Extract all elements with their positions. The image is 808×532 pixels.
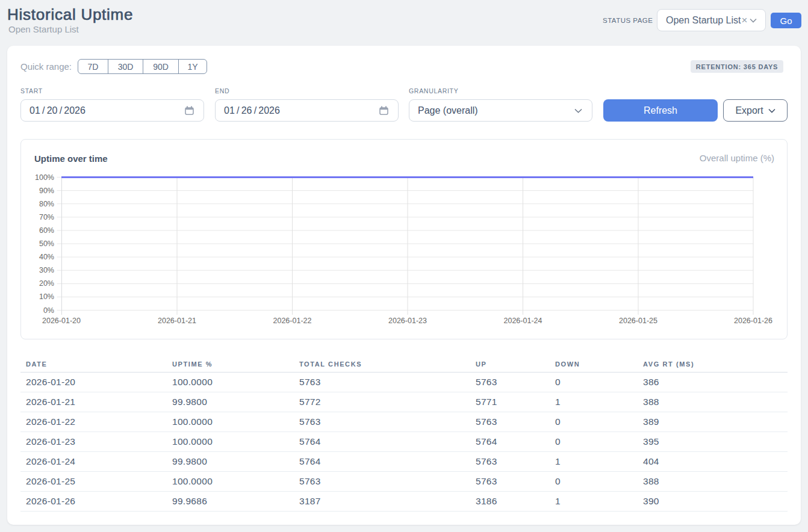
svg-text:2026-01-25: 2026-01-25: [619, 317, 657, 325]
svg-text:2026-01-23: 2026-01-23: [388, 317, 427, 325]
svg-text:60%: 60%: [39, 226, 54, 235]
svg-text:2026-01-20: 2026-01-20: [42, 317, 81, 325]
svg-text:100%: 100%: [35, 173, 54, 182]
svg-text:10%: 10%: [39, 292, 54, 301]
svg-text:30%: 30%: [39, 266, 54, 274]
svg-text:2026-01-24: 2026-01-24: [504, 317, 542, 325]
svg-text:50%: 50%: [39, 240, 54, 248]
svg-text:2026-01-21: 2026-01-21: [158, 317, 196, 325]
svg-text:2026-01-26: 2026-01-26: [734, 317, 772, 325]
svg-text:90%: 90%: [39, 187, 54, 195]
svg-text:80%: 80%: [39, 200, 54, 208]
svg-text:2026-01-22: 2026-01-22: [273, 317, 312, 325]
svg-text:40%: 40%: [39, 253, 54, 261]
svg-text:70%: 70%: [39, 213, 54, 221]
svg-text:20%: 20%: [39, 279, 54, 288]
svg-text:0%: 0%: [43, 306, 54, 315]
